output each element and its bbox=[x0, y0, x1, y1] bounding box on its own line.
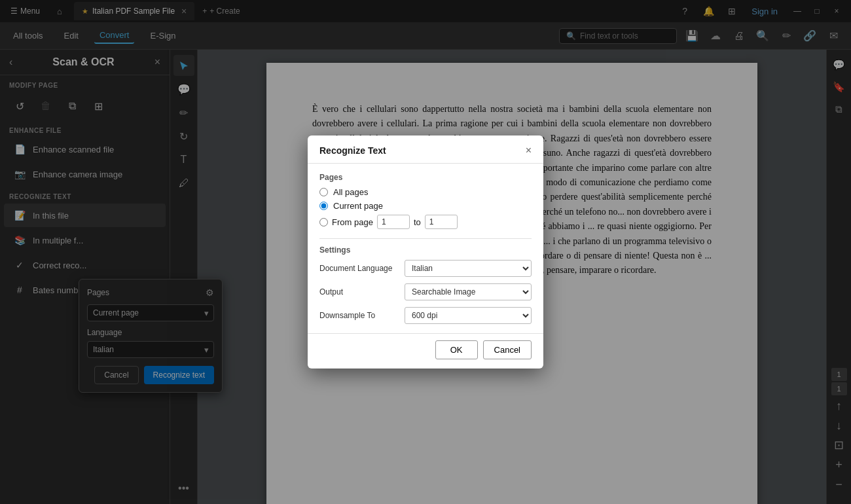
from-page-radio[interactable] bbox=[319, 218, 328, 226]
from-page-label: From page bbox=[332, 217, 373, 227]
modal-title: Recognize Text bbox=[319, 145, 386, 156]
doc-lang-label: Document Language bbox=[319, 264, 398, 273]
modal-body: Pages All pages Current page From page t… bbox=[308, 164, 543, 333]
doc-lang-select[interactable]: Italian English bbox=[405, 260, 532, 277]
modal-divider bbox=[319, 238, 532, 239]
output-select[interactable]: Searchable Image Editable Text bbox=[405, 283, 532, 300]
modal-overlay: Recognize Text × Pages All pages Current… bbox=[0, 0, 851, 504]
downsample-label: Downsample To bbox=[319, 311, 398, 320]
all-pages-radio-row: All pages bbox=[319, 187, 532, 197]
to-page-input[interactable] bbox=[425, 215, 458, 229]
modal-ok-button[interactable]: OK bbox=[435, 340, 478, 359]
modal-close-button[interactable]: × bbox=[526, 145, 532, 156]
all-pages-radio[interactable] bbox=[319, 188, 328, 196]
modal-settings-title: Settings bbox=[319, 245, 532, 255]
current-page-radio-row: Current page bbox=[319, 201, 532, 211]
current-page-radio[interactable] bbox=[319, 202, 328, 210]
modal-cancel-button[interactable]: Cancel bbox=[483, 340, 532, 359]
current-page-label: Current page bbox=[333, 201, 383, 211]
all-pages-label: All pages bbox=[333, 187, 368, 197]
pages-radio-group: All pages Current page From page to bbox=[319, 187, 532, 229]
to-label: to bbox=[414, 217, 421, 227]
modal-pages-title: Pages bbox=[319, 173, 532, 182]
modal-footer: OK Cancel bbox=[308, 333, 543, 369]
recognize-text-dialog: Recognize Text × Pages All pages Current… bbox=[308, 135, 543, 369]
downsample-select[interactable]: 600 dpi 300 dpi 72 dpi bbox=[405, 307, 532, 324]
from-page-radio-row: From page to bbox=[319, 215, 532, 229]
from-page-input[interactable] bbox=[377, 215, 410, 229]
output-label: Output bbox=[319, 287, 398, 297]
modal-header: Recognize Text × bbox=[308, 135, 543, 164]
settings-grid: Document Language Italian English Output… bbox=[319, 260, 532, 324]
